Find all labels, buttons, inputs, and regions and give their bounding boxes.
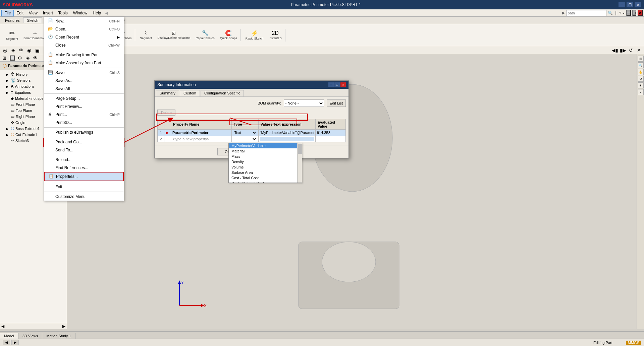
delete-button[interactable]: Delete (157, 110, 175, 116)
new-prop-input[interactable] (172, 137, 230, 141)
zoom-out-btn[interactable]: - (638, 89, 644, 95)
file-print3d[interactable]: Print3D... (44, 119, 124, 127)
tab-motion-study[interactable]: Motion Study 1 (42, 333, 75, 339)
dialog-minimize-btn[interactable]: ─ (328, 82, 334, 87)
instant2d-button[interactable]: 2D Instant2D (267, 30, 284, 41)
type-select[interactable]: Text (233, 130, 257, 135)
menu-edit[interactable]: Edit (14, 10, 26, 16)
repair-sketch-button[interactable]: 🔧 Repair Sketch (194, 30, 217, 41)
file-exit[interactable]: Exit (44, 183, 124, 191)
property-manager-icon[interactable]: 🔲 (8, 54, 16, 62)
menu-window[interactable]: Window (70, 10, 90, 16)
zoom-btn[interactable]: 🔍 (638, 62, 644, 68)
file-print[interactable]: 🖨 Print... Ctrl+P (44, 111, 124, 119)
row1-type[interactable]: Text (231, 130, 258, 136)
bom-select[interactable]: - None - Yes No (284, 99, 324, 107)
file-pack-go[interactable]: Pack and Go... (44, 138, 124, 146)
view-orient-btn[interactable]: ⊞ (638, 56, 644, 62)
value-input[interactable] (260, 131, 314, 135)
row1-property[interactable] (171, 130, 232, 136)
3d-viewport[interactable]: Y X ⊞ 🔍 ✋ ↺ + - (67, 54, 644, 329)
file-find-refs[interactable]: Find References... (44, 164, 124, 172)
collapse-icon[interactable]: ◀▮ (611, 47, 619, 54)
scroll-left-btn[interactable]: ◀ (3, 340, 10, 345)
app-close-btn[interactable]: ✕ (638, 10, 643, 16)
menu-view[interactable]: View (26, 10, 40, 16)
path-input[interactable] (566, 10, 606, 16)
dd-item-my-perimeter[interactable]: MyPerimeterVariable (229, 143, 302, 148)
file-new[interactable]: 📄 New... Ctrl+N (44, 17, 124, 25)
feature-manager-icon[interactable]: ⊞ (1, 54, 8, 62)
property-dropdown[interactable]: MyPerimeterVariable Material Mass Densit… (228, 143, 302, 183)
rotate-btn[interactable]: ↺ (638, 76, 644, 82)
scroll-right-btn[interactable]: ▶ (11, 340, 19, 345)
dialog-close-btn[interactable]: ✕ (340, 82, 346, 87)
app-restore-btn[interactable]: □ (632, 10, 636, 16)
file-properties[interactable]: 📋 Properties... (44, 172, 124, 181)
search-icon[interactable]: 🔍 (608, 11, 613, 15)
view-display-icon[interactable]: ◈ (9, 47, 17, 54)
rapid-sketch-button[interactable]: ⚡ Rapid Sketch (244, 29, 266, 41)
expand-icon[interactable]: ▮▶ (619, 47, 627, 54)
menu-tools[interactable]: Tools (56, 10, 70, 16)
restore-button[interactable]: ❐ (627, 2, 633, 7)
tab-features[interactable]: Features (1, 17, 23, 23)
section-view-icon[interactable]: ▣ (34, 47, 41, 54)
scroll-left-icon[interactable]: ◀ (1, 324, 4, 329)
menu-insert[interactable]: Insert (40, 10, 56, 16)
dd-scroll-thumb[interactable] (298, 144, 302, 154)
row2-type[interactable] (231, 136, 258, 142)
config-manager-icon[interactable]: ⚙ (16, 54, 23, 62)
view-orient-icon[interactable]: ◎ (1, 47, 9, 54)
dd-scrollbar[interactable] (297, 143, 302, 183)
help-icon[interactable]: ? (619, 11, 621, 15)
file-make-assembly[interactable]: 📋 Make Assembly from Part (44, 59, 124, 67)
dd-item-material[interactable]: Material (229, 148, 302, 154)
app-min-btn[interactable]: ─ (626, 10, 631, 16)
new-value-input[interactable] (260, 137, 314, 141)
row1-value[interactable] (258, 130, 315, 136)
file-open-recent[interactable]: 🕐 Open Recent ▶ (44, 33, 124, 41)
scroll-right-icon[interactable]: ▶ (62, 324, 65, 329)
dd-item-cost-total[interactable]: Cost - Total Cost (229, 175, 302, 181)
file-customize-menu[interactable]: Customize Menu (44, 193, 124, 201)
row2-property[interactable] (171, 136, 232, 142)
sketch-button[interactable]: ✏ Segment (4, 29, 20, 41)
file-print-preview[interactable]: Print Preview... (44, 102, 124, 111)
menu-help[interactable]: Help (90, 10, 104, 16)
tab-sketch[interactable]: Sketch (23, 17, 42, 23)
file-page-setup[interactable]: Page Setup... (44, 94, 124, 102)
minimize-button[interactable]: ─ (619, 2, 625, 7)
segment-button[interactable]: ⌇ Segment (138, 30, 154, 41)
dim-expert-icon[interactable]: ◈ (24, 54, 31, 62)
file-close[interactable]: Close Ctrl+W (44, 41, 124, 49)
prop-name-input[interactable] (172, 131, 230, 135)
file-publish-edrawings[interactable]: Publish to eDrawings (44, 128, 124, 136)
edit-list-button[interactable]: Edit List (327, 99, 346, 107)
edit-appear-icon[interactable]: ◉ (25, 47, 33, 54)
dialog-tab-summary[interactable]: Summary (156, 90, 179, 96)
dialog-restore-btn[interactable]: □ (334, 82, 340, 87)
row2-value[interactable] (258, 136, 315, 142)
file-save-as[interactable]: Save As... (44, 77, 124, 85)
table-row[interactable]: 1 ▶ Text 914.358 (158, 130, 346, 136)
quick-snaps-button[interactable]: 🧲 Quick Snaps (218, 30, 239, 41)
dialog-tab-custom[interactable]: Custom (180, 90, 200, 96)
close-view-icon[interactable]: ✕ (635, 47, 643, 54)
dd-item-cost-material[interactable]: Cost - Material Cost (229, 181, 302, 183)
file-open[interactable]: 📂 Open... Ctrl+O (44, 25, 124, 33)
dd-item-mass[interactable]: Mass (229, 154, 302, 159)
file-save-all[interactable]: Save All (44, 85, 124, 93)
tab-3d-views[interactable]: 3D Views (18, 333, 42, 339)
dialog-tab-config[interactable]: Configuration Specific (201, 90, 244, 96)
type-select-2[interactable] (233, 137, 257, 141)
dd-item-volume[interactable]: Volume (229, 164, 302, 170)
pan-btn[interactable]: ✋ (638, 69, 644, 75)
restore-view-icon[interactable]: ↺ (627, 47, 635, 54)
table-row[interactable]: 2 (158, 136, 346, 142)
file-make-drawing[interactable]: 📋 Make Drawing from Part (44, 51, 124, 59)
display-manager-icon[interactable]: 👁 (32, 54, 39, 62)
file-reload[interactable]: Reload... (44, 156, 124, 164)
dd-item-surface-area[interactable]: Surface Area (229, 170, 302, 175)
hide-show-icon[interactable]: 👁 (17, 47, 25, 54)
